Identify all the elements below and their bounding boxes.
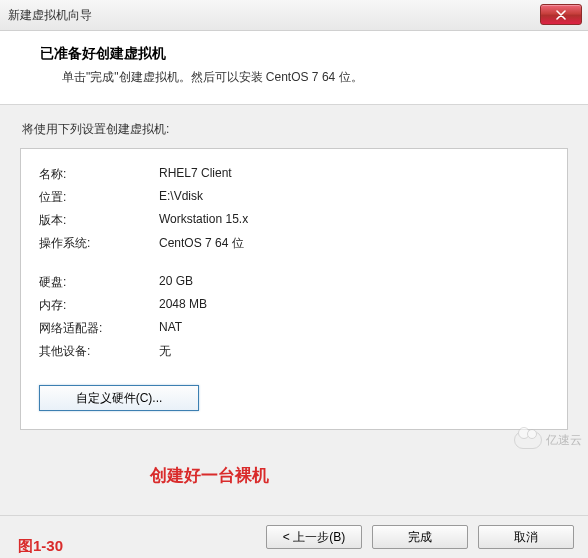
settings-panel: 名称:RHEL7 Client 位置:E:\Vdisk 版本:Workstati… (20, 148, 568, 430)
setting-value: 2048 MB (159, 294, 549, 317)
watermark: 亿速云 (514, 431, 582, 449)
setting-value: E:\Vdisk (159, 186, 549, 209)
watermark-label: 亿速云 (546, 432, 582, 449)
setting-key: 名称: (39, 163, 159, 186)
table-row: 网络适配器:NAT (39, 317, 549, 340)
finish-button[interactable]: 完成 (372, 525, 468, 549)
settings-intro: 将使用下列设置创建虚拟机: (22, 121, 568, 138)
close-icon (556, 10, 566, 20)
figure-label: 图1-30 (18, 537, 63, 556)
setting-key: 版本: (39, 209, 159, 232)
table-row: 硬盘:20 GB (39, 271, 549, 294)
wizard-window: 新建虚拟机向导 已准备好创建虚拟机 单击"完成"创建虚拟机。然后可以安装 Cen… (0, 0, 588, 558)
setting-value: CentOS 7 64 位 (159, 232, 549, 255)
setting-key: 其他设备: (39, 340, 159, 363)
wizard-body: 将使用下列设置创建虚拟机: 名称:RHEL7 Client 位置:E:\Vdis… (0, 105, 588, 535)
setting-key: 位置: (39, 186, 159, 209)
setting-value: Workstation 15.x (159, 209, 549, 232)
back-button[interactable]: < 上一步(B) (266, 525, 362, 549)
customize-hardware-button[interactable]: 自定义硬件(C)... (39, 385, 199, 411)
table-row: 内存:2048 MB (39, 294, 549, 317)
setting-key: 操作系统: (39, 232, 159, 255)
setting-key: 网络适配器: (39, 317, 159, 340)
setting-value: NAT (159, 317, 549, 340)
annotation-text: 创建好一台裸机 (150, 464, 269, 487)
close-button[interactable] (540, 4, 582, 25)
wizard-footer: < 上一步(B) 完成 取消 (0, 515, 588, 558)
setting-value: 20 GB (159, 271, 549, 294)
table-gap (39, 255, 549, 271)
table-row: 名称:RHEL7 Client (39, 163, 549, 186)
setting-key: 内存: (39, 294, 159, 317)
setting-key: 硬盘: (39, 271, 159, 294)
table-row: 版本:Workstation 15.x (39, 209, 549, 232)
wizard-heading: 已准备好创建虚拟机 (40, 45, 564, 63)
wizard-header: 已准备好创建虚拟机 单击"完成"创建虚拟机。然后可以安装 CentOS 7 64… (0, 31, 588, 105)
titlebar: 新建虚拟机向导 (0, 0, 588, 31)
setting-value: RHEL7 Client (159, 163, 549, 186)
table-row: 其他设备:无 (39, 340, 549, 363)
table-row: 位置:E:\Vdisk (39, 186, 549, 209)
table-row: 操作系统:CentOS 7 64 位 (39, 232, 549, 255)
cloud-icon (514, 431, 542, 449)
setting-value: 无 (159, 340, 549, 363)
settings-table: 名称:RHEL7 Client 位置:E:\Vdisk 版本:Workstati… (39, 163, 549, 363)
window-title: 新建虚拟机向导 (8, 7, 92, 24)
wizard-subtext: 单击"完成"创建虚拟机。然后可以安装 CentOS 7 64 位。 (40, 69, 564, 86)
cancel-button[interactable]: 取消 (478, 525, 574, 549)
